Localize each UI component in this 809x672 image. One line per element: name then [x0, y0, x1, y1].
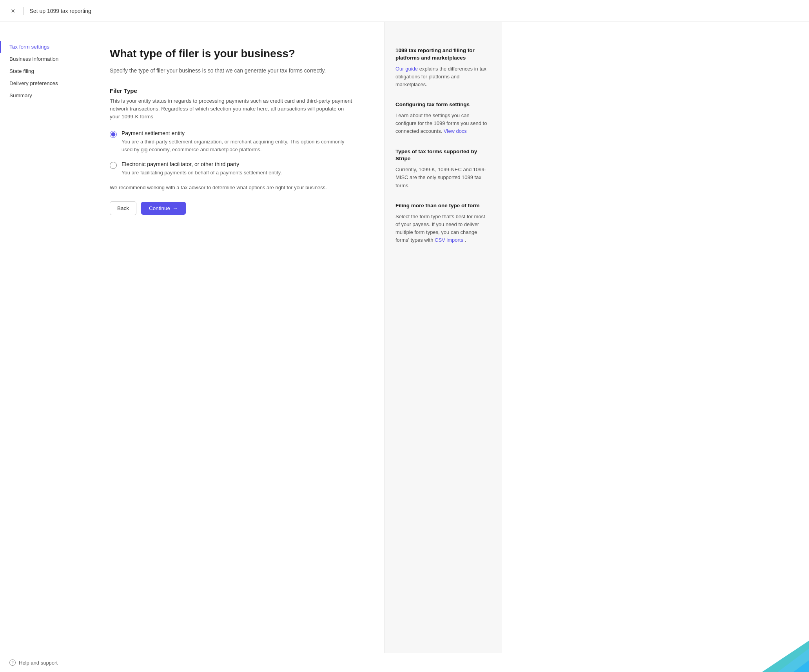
help-section-text-2-before: Learn about the settings you can configu…: [395, 112, 487, 134]
sidebar-item-label: Tax form settings: [9, 44, 49, 50]
help-section-title-3: Types of tax forms supported by Stripe: [395, 148, 491, 163]
help-section-title-2: Configuring tax form settings: [395, 101, 491, 109]
page-subtitle: Specify the type of filer your business …: [110, 67, 353, 75]
main-layout: Tax form settings Business information S…: [0, 22, 809, 653]
help-section-title-4: Filing more than one type of form: [395, 202, 491, 210]
filer-type-label: Filer Type: [110, 87, 353, 94]
sidebar-item-business-information[interactable]: Business information: [0, 53, 78, 65]
radio-option-payment-settlement[interactable]: Payment settlement entity You are a thir…: [110, 130, 353, 153]
radio-payment-settlement[interactable]: [110, 131, 117, 138]
help-section-multiple: Filing more than one type of form Select…: [395, 202, 491, 244]
header: × Set up 1099 tax reporting: [0, 0, 809, 22]
view-docs-link[interactable]: View docs: [444, 128, 467, 134]
footer: ? Help and support: [0, 653, 809, 672]
sidebar: Tax form settings Business information S…: [0, 22, 78, 653]
help-section-text-1: Our guide explains the differences in ta…: [395, 65, 491, 89]
help-section-text-4-after: .: [465, 237, 466, 243]
radio-electronic-payment[interactable]: [110, 162, 117, 169]
sidebar-item-label: Delivery preferences: [9, 80, 58, 86]
sidebar-item-delivery-preferences[interactable]: Delivery preferences: [0, 77, 78, 89]
radio-option-content-1: Payment settlement entity You are a thir…: [122, 130, 353, 153]
button-row: Back Continue →: [110, 201, 353, 215]
radio-option-title-2: Electronic payment facilitator, or other…: [122, 161, 282, 167]
radio-option-electronic-payment[interactable]: Electronic payment facilitator, or other…: [110, 161, 353, 177]
radio-option-content-2: Electronic payment facilitator, or other…: [122, 161, 282, 177]
sidebar-item-tax-form-settings[interactable]: Tax form settings: [0, 41, 78, 53]
advisor-note: We recommend working with a tax advisor …: [110, 185, 353, 190]
back-button[interactable]: Back: [110, 201, 136, 215]
help-section-types: Types of tax forms supported by Stripe C…: [395, 148, 491, 190]
radio-option-desc-1: You are a third-party settlement organiz…: [122, 138, 353, 153]
sidebar-item-label: Business information: [9, 56, 58, 62]
sidebar-item-state-filing[interactable]: State filing: [0, 65, 78, 77]
content-area: What type of filer is your business? Spe…: [78, 22, 384, 653]
help-section-title-1: 1099 tax reporting and filing for platfo…: [395, 47, 491, 62]
help-section-configuring: Configuring tax form settings Learn abou…: [395, 101, 491, 135]
help-section-text-3: Currently, 1099-K, 1099-NEC and 1099-MIS…: [395, 166, 491, 189]
radio-option-desc-2: You are facilitating payments on behalf …: [122, 169, 282, 177]
sidebar-item-label: State filing: [9, 68, 34, 74]
help-icon: ?: [9, 659, 16, 666]
sidebar-item-label: Summary: [9, 92, 32, 98]
help-support-link[interactable]: Help and support: [19, 660, 58, 666]
csv-imports-link[interactable]: CSV imports: [435, 237, 463, 243]
filer-type-description: This is your entity status in regards to…: [110, 97, 353, 121]
continue-label: Continue: [149, 205, 170, 211]
radio-option-title-1: Payment settlement entity: [122, 130, 353, 136]
help-section-text-2: Learn about the settings you can configu…: [395, 112, 491, 135]
close-button[interactable]: ×: [9, 6, 17, 16]
help-section-reporting-filing: 1099 tax reporting and filing for platfo…: [395, 47, 491, 89]
header-title: Set up 1099 tax reporting: [30, 8, 91, 14]
continue-button[interactable]: Continue →: [141, 202, 186, 215]
our-guide-link[interactable]: Our guide: [395, 66, 418, 72]
continue-arrow-icon: →: [172, 205, 178, 211]
help-section-text-4: Select the form type that's best for mos…: [395, 213, 491, 245]
sidebar-item-summary[interactable]: Summary: [0, 89, 78, 101]
page-title: What type of filer is your business?: [110, 47, 353, 60]
right-panel: 1099 tax reporting and filing for platfo…: [384, 22, 502, 653]
header-divider: [23, 7, 24, 15]
